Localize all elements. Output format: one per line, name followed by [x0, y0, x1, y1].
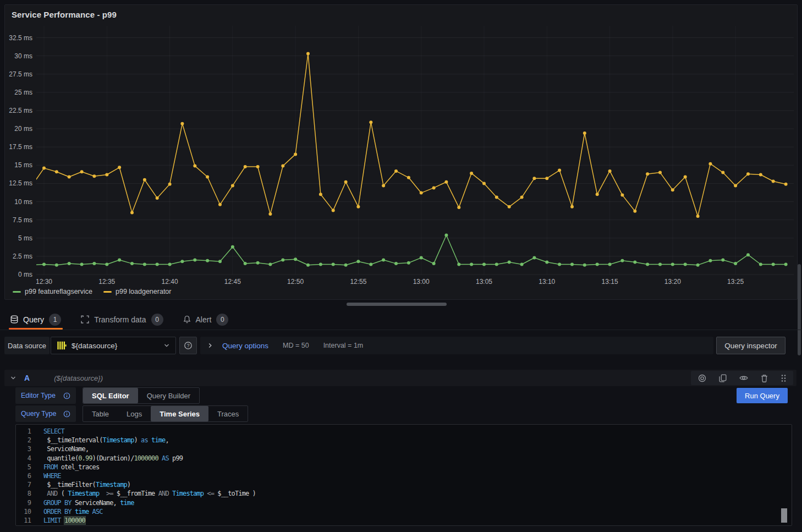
code-line-6[interactable]: 6WHERE	[16, 471, 792, 480]
question-circle-icon: ?	[184, 341, 193, 350]
chevron-right-icon	[207, 342, 213, 349]
chart-gridlines	[36, 26, 794, 275]
panel-title: Service Performance - p99	[12, 10, 117, 19]
query-row-header[interactable]: A (${datasource})	[4, 370, 796, 386]
legend-color-swatch	[103, 291, 112, 293]
svg-text:13:05: 13:05	[476, 278, 492, 286]
query-options-bar[interactable]: Query options MD = 50 Interval = 1m	[200, 337, 713, 354]
svg-text:?: ?	[187, 343, 190, 348]
svg-text:12:55: 12:55	[350, 278, 366, 286]
info-circle-icon[interactable]	[63, 410, 70, 418]
line-number: 7	[16, 480, 31, 489]
editor-type-label: Editor Type	[21, 392, 56, 399]
editor-tabs-bar: Query 1 Transform data 0 Alert 0	[0, 309, 802, 330]
series-p99-featureflagservice	[30, 234, 788, 267]
line-number: 11	[16, 516, 31, 525]
remove-query-trash-icon[interactable]	[761, 374, 768, 382]
code-line-2[interactable]: 2 $__timeInterval(Timestamp) as time,	[16, 436, 792, 445]
timeseries-chart[interactable]: 0 ms2.5 ms5 ms7.5 ms10 ms12.5 ms15 ms17.…	[5, 5, 798, 300]
query-options-md: MD = 50	[283, 342, 309, 349]
option-traces[interactable]: Traces	[208, 406, 248, 421]
database-icon	[10, 315, 18, 324]
line-number: 1	[16, 427, 31, 436]
chart-legend: p99 featureflagservice p99 loadgenerator	[13, 288, 171, 295]
code-line-3[interactable]: 3 ServiceName,	[16, 445, 792, 453]
tab-alert[interactable]: Alert 0	[182, 309, 230, 330]
datasource-help-button[interactable]: ?	[179, 337, 197, 354]
legend-label: p99 featureflagservice	[25, 288, 92, 295]
code-line-5[interactable]: 5FROM otel_traces	[16, 463, 792, 471]
svg-text:13:10: 13:10	[539, 278, 555, 286]
code-line-11[interactable]: 11LIMIT 100000	[16, 516, 792, 525]
line-number: 9	[16, 498, 31, 507]
code-line-10[interactable]: 10ORDER BY time ASC	[16, 507, 792, 516]
option-logs[interactable]: Logs	[118, 406, 151, 421]
code-line-9[interactable]: 9GROUP BY ServiceName, time	[16, 498, 792, 507]
svg-text:13:15: 13:15	[602, 278, 618, 286]
run-query-button[interactable]: Run Query	[737, 388, 788, 403]
tab-count-badge: 0	[151, 314, 163, 326]
svg-text:17.5 ms: 17.5 ms	[9, 143, 32, 151]
info-circle-icon[interactable]	[63, 392, 70, 399]
clickhouse-datasource-icon	[57, 341, 67, 350]
tab-count-badge: 0	[216, 314, 228, 326]
query-type-label: Query Type	[21, 410, 56, 418]
svg-text:27.5 ms: 27.5 ms	[9, 70, 32, 78]
svg-text:12:50: 12:50	[287, 278, 304, 286]
line-number: 2	[16, 436, 31, 445]
svg-text:25 ms: 25 ms	[14, 89, 32, 96]
legend-item-loadgenerator[interactable]: p99 loadgenerator	[103, 288, 171, 295]
editor-scrollbar-thumb[interactable]	[781, 508, 787, 523]
svg-text:12:40: 12:40	[162, 278, 178, 286]
tab-transform-data[interactable]: Transform data 0	[79, 309, 164, 330]
line-number: 8	[16, 489, 31, 498]
query-inspector-button[interactable]: Query inspector	[716, 337, 785, 354]
line-number: 6	[16, 471, 31, 480]
horizontal-scrollbar-thumb[interactable]	[347, 303, 447, 306]
query-type-group: TableLogsTime SeriesTraces	[83, 405, 248, 422]
code-line-8[interactable]: 8 AND ( Timestamp >= $__fromTime AND Tim…	[16, 489, 792, 498]
chevron-down-icon	[163, 342, 170, 349]
hide-response-eye-icon[interactable]	[739, 374, 748, 382]
option-sql-editor[interactable]: SQL Editor	[83, 388, 138, 403]
code-line-1[interactable]: 1SELECT	[16, 427, 792, 436]
option-query-builder[interactable]: Query Builder	[138, 388, 199, 403]
tab-label: Transform data	[94, 315, 146, 324]
option-time-series[interactable]: Time Series	[151, 406, 208, 421]
option-table[interactable]: Table	[83, 406, 118, 421]
drag-handle-icon[interactable]	[781, 374, 786, 382]
legend-item-featureflagservice[interactable]: p99 featureflagservice	[13, 288, 92, 295]
query-ref-label[interactable]: A	[24, 374, 30, 382]
datasource-select[interactable]: ${datasource}	[51, 337, 176, 354]
duplicate-query-icon[interactable]	[719, 374, 727, 382]
query-options-link[interactable]: Query options	[222, 342, 268, 350]
code-line-7[interactable]: 7 $__timeFilter(Timestamp)	[16, 480, 792, 489]
code-line-4[interactable]: 4 quantile(0.99)(Duration)/1000000 AS p9…	[16, 454, 792, 463]
svg-text:0 ms: 0 ms	[18, 271, 32, 278]
datasource-select-value: ${datasource}	[72, 342, 158, 350]
editor-type-group: SQL EditorQuery Builder	[83, 387, 200, 404]
bell-icon	[183, 315, 191, 323]
line-number: 4	[16, 454, 31, 463]
tab-label: Query	[23, 315, 44, 324]
svg-text:12:30: 12:30	[36, 278, 52, 286]
svg-text:2.5 ms: 2.5 ms	[13, 253, 32, 260]
svg-text:13:20: 13:20	[664, 278, 681, 286]
query-actions	[691, 371, 793, 385]
svg-text:13:00: 13:00	[413, 278, 430, 286]
series-p99-loadgenerator	[30, 52, 788, 218]
sql-code-editor[interactable]: 1SELECT2 $__timeInterval(Timestamp) as t…	[15, 424, 792, 526]
query-datasource-hint: (${datasource})	[54, 374, 103, 382]
tab-label: Alert	[196, 315, 212, 324]
svg-text:10 ms: 10 ms	[14, 198, 32, 206]
svg-text:7.5 ms: 7.5 ms	[13, 216, 32, 224]
datasource-label: Data source	[4, 337, 50, 354]
svg-text:32.5 ms: 32.5 ms	[9, 34, 32, 42]
line-number: 10	[16, 507, 31, 516]
disable-query-icon[interactable]	[698, 374, 706, 382]
tab-query[interactable]: Query 1	[9, 309, 63, 330]
svg-text:12:45: 12:45	[224, 278, 241, 286]
svg-text:5 ms: 5 ms	[18, 234, 32, 242]
svg-text:22.5 ms: 22.5 ms	[9, 107, 32, 114]
collapse-chevron-icon[interactable]	[10, 375, 17, 381]
